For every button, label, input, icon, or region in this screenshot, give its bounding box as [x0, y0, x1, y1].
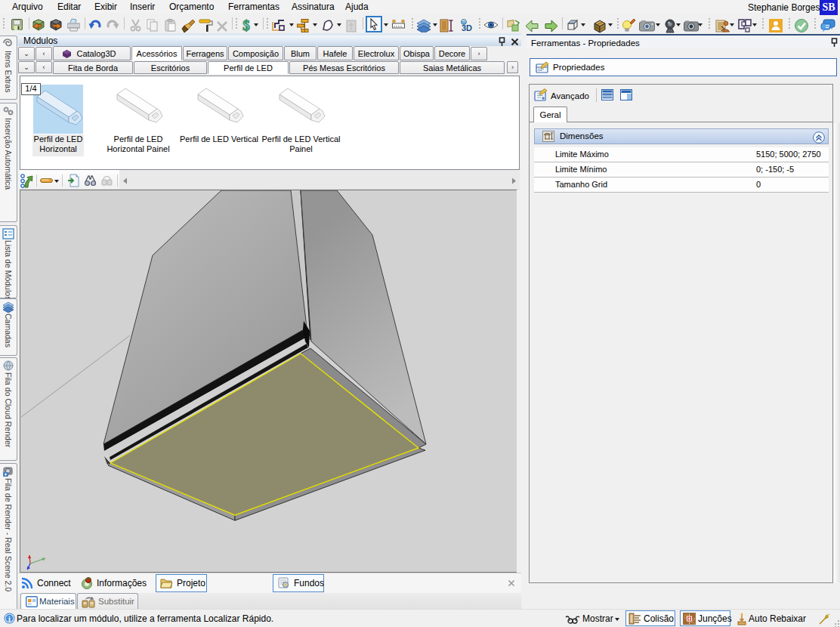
- svg-text:3D: 3D: [462, 23, 472, 32]
- svg-text:i: i: [8, 615, 11, 623]
- svg-text:$: $: [242, 17, 250, 32]
